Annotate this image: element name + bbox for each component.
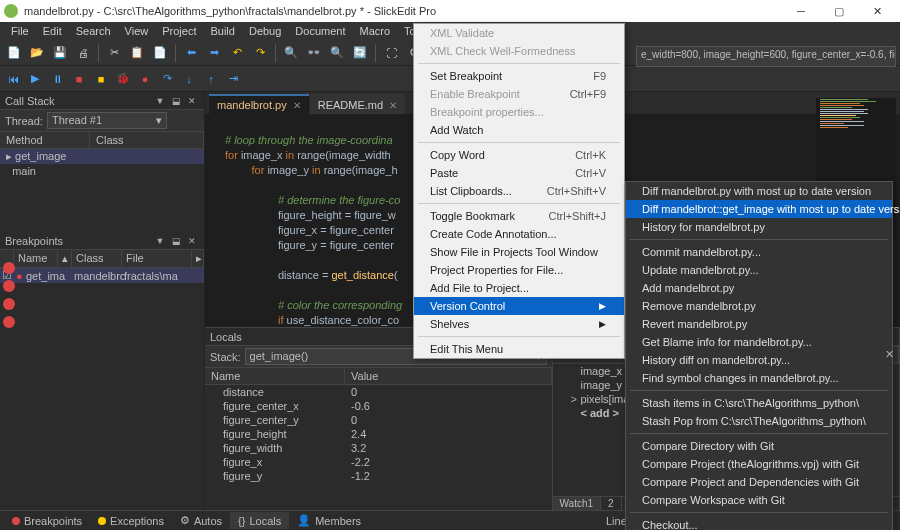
menu-item[interactable]: Compare Workspace with Git xyxy=(626,491,892,509)
local-var-row[interactable]: figure_height2.4 xyxy=(205,427,552,441)
status-tab-members[interactable]: 👤Members xyxy=(289,512,369,529)
locals-col-value[interactable]: Value xyxy=(345,368,552,384)
close-button[interactable]: ✕ xyxy=(858,0,896,22)
menu-item[interactable]: Create Code Annotation... xyxy=(414,225,624,243)
menu-item[interactable]: Copy WordCtrl+K xyxy=(414,146,624,164)
menu-item[interactable]: Remove mandelbrot.py xyxy=(626,297,892,315)
menu-macro[interactable]: Macro xyxy=(353,24,398,38)
menu-item[interactable]: Find symbol changes in mandelbrot.py... xyxy=(626,369,892,387)
editor-tab[interactable]: mandelbrot.py✕ xyxy=(209,94,309,114)
maximize-button[interactable]: ▢ xyxy=(820,0,858,22)
add-bp-icon[interactable] xyxy=(3,262,15,274)
callstack-row[interactable]: main xyxy=(0,164,204,178)
menu-item[interactable]: Checkout... xyxy=(626,516,892,530)
bp-col-class[interactable]: Class xyxy=(72,250,122,267)
editor-tab[interactable]: README.md✕ xyxy=(310,94,405,114)
fullscreen-icon[interactable]: ⛶ xyxy=(381,43,401,63)
status-tab-locals[interactable]: {}Locals xyxy=(230,512,289,529)
menu-item[interactable]: Compare Project (theAlogrithms.vpj) with… xyxy=(626,455,892,473)
step-into-icon[interactable]: ↓ xyxy=(180,70,198,88)
status-tab-exceptions[interactable]: Exceptions xyxy=(90,512,172,529)
menu-item[interactable]: Stash Pop from C:\src\TheAlgorithms_pyth… xyxy=(626,412,892,430)
menu-item[interactable]: Get Blame info for mandelbrot.py... xyxy=(626,333,892,351)
menu-item[interactable]: Compare Project and Dependencies with Gi… xyxy=(626,473,892,491)
panel-close-icon[interactable]: ✕ xyxy=(185,95,199,107)
save-icon[interactable]: 💾 xyxy=(50,43,70,63)
menu-item[interactable]: Diff mandelbrot::get_image with most up … xyxy=(626,200,892,218)
menu-item[interactable]: History diff on mandelbrot.py... xyxy=(626,351,892,369)
menu-item[interactable]: Edit This Menu xyxy=(414,340,624,358)
step-over-icon[interactable]: ↷ xyxy=(158,70,176,88)
local-var-row[interactable]: figure_x-2.2 xyxy=(205,455,552,469)
menu-item[interactable]: Version Control▶ xyxy=(414,297,624,315)
search-icon[interactable]: 🔍 xyxy=(281,43,301,63)
menu-item[interactable]: Revert mandelbrot.py xyxy=(626,315,892,333)
menu-item[interactable]: Set BreakpointF9 xyxy=(414,67,624,85)
panel-dropdown-icon[interactable]: ▼ xyxy=(153,235,167,247)
menu-item[interactable]: PasteCtrl+V xyxy=(414,164,624,182)
menu-item[interactable]: Show File in Projects Tool Window xyxy=(414,243,624,261)
cs-col-method[interactable]: Method xyxy=(0,132,90,148)
watch-tab[interactable]: 2 xyxy=(601,497,622,510)
copy-icon[interactable]: 📋 xyxy=(127,43,147,63)
panel-pin-icon[interactable]: ⬓ xyxy=(169,95,183,107)
menu-item[interactable]: Shelves▶ xyxy=(414,315,624,333)
bp-col-file[interactable]: File xyxy=(122,250,192,267)
clear-bp-icon[interactable] xyxy=(3,316,15,328)
bp-col-scroll[interactable]: ▸ xyxy=(192,250,204,267)
menu-item[interactable]: Diff mandelbrot.py with most up to date … xyxy=(626,182,892,200)
expression-input[interactable]: e_width=800, image_height=600, figure_ce… xyxy=(636,46,896,67)
print-icon[interactable]: 🖨 xyxy=(73,43,93,63)
menu-item[interactable]: Compare Directory with Git xyxy=(626,437,892,455)
step-out-icon[interactable]: ↑ xyxy=(202,70,220,88)
menu-item[interactable]: Update mandelbrot.py... xyxy=(626,261,892,279)
menu-edit[interactable]: Edit xyxy=(36,24,69,38)
bp-col-name[interactable]: Name xyxy=(14,250,58,267)
menu-document[interactable]: Document xyxy=(288,24,352,38)
menu-debug[interactable]: Debug xyxy=(242,24,288,38)
local-var-row[interactable]: figure_center_y0 xyxy=(205,413,552,427)
remove-bp-icon[interactable] xyxy=(3,280,15,292)
menu-item[interactable]: Add mandelbrot.py xyxy=(626,279,892,297)
redo-icon[interactable]: ↷ xyxy=(250,43,270,63)
callstack-row[interactable]: ▸ get_image xyxy=(0,149,204,164)
watch-tab[interactable]: Watch1 xyxy=(553,497,602,510)
locals-col-name[interactable]: Name xyxy=(205,368,345,384)
status-tab-autos[interactable]: ⚙Autos xyxy=(172,512,230,529)
binoculars-icon[interactable]: 👓 xyxy=(304,43,324,63)
menu-item[interactable]: Toggle BookmarkCtrl+Shift+J xyxy=(414,207,624,225)
tab-close-icon[interactable]: ✕ xyxy=(293,100,301,111)
menu-item[interactable]: History for mandelbrot.py xyxy=(626,218,892,236)
menu-project[interactable]: Project xyxy=(155,24,203,38)
panel-close-icon[interactable]: ✕ xyxy=(885,348,894,361)
continue-icon[interactable]: ▶ xyxy=(26,70,44,88)
find-next-icon[interactable]: 🔍 xyxy=(327,43,347,63)
bp-col-icon[interactable]: ▴ xyxy=(58,250,72,267)
toggle-bp-icon[interactable]: ● xyxy=(136,70,154,88)
stop-icon[interactable]: ■ xyxy=(70,70,88,88)
new-file-icon[interactable]: 📄 xyxy=(4,43,24,63)
tab-close-icon[interactable]: ✕ xyxy=(389,100,397,111)
back-icon[interactable]: ⬅ xyxy=(181,43,201,63)
undo-icon[interactable]: ↶ xyxy=(227,43,247,63)
menu-file[interactable]: File xyxy=(4,24,36,38)
menu-item[interactable]: Add Watch xyxy=(414,121,624,139)
panel-close-icon[interactable]: ✕ xyxy=(185,235,199,247)
disable-bp-icon[interactable] xyxy=(3,298,15,310)
cs-col-class[interactable]: Class xyxy=(90,132,204,148)
minimize-button[interactable]: ─ xyxy=(782,0,820,22)
paste-icon[interactable]: 📄 xyxy=(150,43,170,63)
forward-icon[interactable]: ➡ xyxy=(204,43,224,63)
bug-icon[interactable]: 🐞 xyxy=(114,70,132,88)
replace-icon[interactable]: 🔄 xyxy=(350,43,370,63)
menu-item[interactable]: Project Properties for File... xyxy=(414,261,624,279)
open-icon[interactable]: 📂 xyxy=(27,43,47,63)
menu-item[interactable]: Add File to Project... xyxy=(414,279,624,297)
menu-build[interactable]: Build xyxy=(203,24,241,38)
restart-icon[interactable]: ⏮ xyxy=(4,70,22,88)
panel-dropdown-icon[interactable]: ▼ xyxy=(153,95,167,107)
local-var-row[interactable]: figure_y-1.2 xyxy=(205,469,552,483)
menu-item[interactable]: List Clipboards...Ctrl+Shift+V xyxy=(414,182,624,200)
stop2-icon[interactable]: ■ xyxy=(92,70,110,88)
thread-combo[interactable]: Thread #1▾ xyxy=(47,112,167,129)
